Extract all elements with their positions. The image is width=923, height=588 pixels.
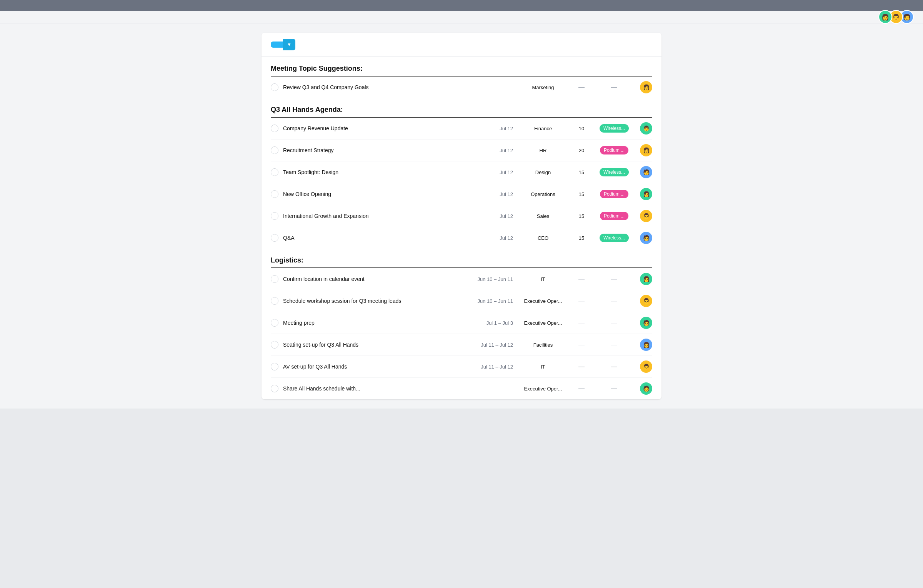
task-mic: — [593,276,635,282]
mic-badge[interactable]: Podium ... [600,146,628,154]
avatar[interactable]: 👩 [640,144,652,156]
task-mic: — [593,363,635,370]
task-mic: — [593,341,635,348]
avatar-1[interactable]: 👩 [878,10,892,24]
mic-badge[interactable]: Wireless... [600,124,629,133]
task-checkbox[interactable] [271,212,278,220]
avatar[interactable]: 🧑 [640,166,652,178]
task-date: Jun 10 – Jun 11 [471,276,513,282]
section-2: Logistics:Confirm location in calendar e… [262,249,661,399]
task-name: Meeting prep [283,320,471,326]
avatar[interactable]: 🧑 [640,317,652,329]
task-assignee: 👨 [635,295,652,307]
task-team: HR [516,148,570,153]
task-assignee: 🧑 [635,166,652,178]
table-row: Q&AJul 12CEO15Wireless...🧑 [271,227,652,249]
task-checkbox[interactable] [271,83,278,91]
task-mic: — [593,297,635,304]
avatar[interactable]: 👨 [640,210,652,222]
task-checkbox[interactable] [271,275,278,283]
mic-badge[interactable]: Wireless... [600,234,629,242]
task-checkbox[interactable] [271,146,278,154]
mic-badge[interactable]: Podium ... [600,190,628,198]
task-time: — [570,319,593,326]
task-mic: — [593,84,635,91]
task-team: Sales [516,213,570,219]
task-checkbox[interactable] [271,363,278,370]
avatar[interactable]: 👨 [640,295,652,307]
task-assignee: 🧑 [635,232,652,244]
avatar[interactable]: 🧑 [640,382,652,395]
task-mic: Wireless... [593,124,635,133]
table-row: Confirm location in calendar eventJun 10… [271,268,652,290]
top-bar [0,0,923,11]
table-row: Recruitment StrategyJul 12HR20Podium ...… [271,140,652,161]
task-mic: Podium ... [593,146,635,154]
header-avatars: 👩 👨 🧑 [878,10,914,24]
task-name: Review Q3 and Q4 Company Goals [283,84,471,90]
task-time: 15 [570,235,593,241]
task-mic: Wireless... [593,168,635,176]
task-team: Design [516,169,570,175]
task-name: Team Spotlight: Design [283,169,471,175]
task-mic: — [593,385,635,392]
task-checkbox[interactable] [271,125,278,132]
task-checkbox[interactable] [271,385,278,392]
task-date: Jun 10 – Jun 11 [471,298,513,304]
mic-badge[interactable]: Wireless... [600,168,629,176]
task-time: 15 [570,169,593,175]
table-row: Company Revenue UpdateJul 12Finance10Wir… [271,118,652,140]
mic-badge[interactable]: Podium ... [600,212,628,220]
avatar[interactable]: 👩 [640,273,652,285]
task-mic: Podium ... [593,190,635,198]
task-team: Operations [516,191,570,197]
section-title-0: Meeting Topic Suggestions: [271,57,652,76]
task-checkbox[interactable] [271,319,278,327]
avatar[interactable]: 👨 [640,360,652,373]
task-assignee: 👩 [635,339,652,351]
task-checkbox[interactable] [271,168,278,176]
table-row: Schedule workshop session for Q3 meeting… [271,290,652,312]
task-assignee: 🧑 [635,317,652,329]
task-assignee: 👨 [635,210,652,222]
avatar[interactable]: 👩 [640,339,652,351]
table-row: Share All Hands schedule with...Executiv… [271,378,652,399]
section-title-2: Logistics: [271,249,652,267]
task-team: Facilities [516,342,570,348]
task-team: IT [516,276,570,282]
table-row: Meeting prepJul 1 – Jul 3Executive Oper.… [271,312,652,334]
task-assignee: 👨 [635,360,652,373]
task-mic: Wireless... [593,234,635,242]
sections-container: Meeting Topic Suggestions:Review Q3 and … [262,57,661,399]
task-date: Jul 12 [471,235,513,241]
task-name: Company Revenue Update [283,125,471,131]
task-checkbox[interactable] [271,190,278,198]
task-date: Jul 11 – Jul 12 [471,364,513,370]
task-checkbox[interactable] [271,297,278,305]
add-task-dropdown-button[interactable]: ▼ [283,39,295,50]
task-time: 15 [570,191,593,197]
task-mic: Podium ... [593,212,635,220]
avatar[interactable]: 👨 [640,122,652,135]
task-name: Q&A [283,235,471,241]
task-card: ▼ Meeting Topic Suggestions:Review Q3 an… [262,33,661,399]
section-title-1: Q3 All Hands Agenda: [271,98,652,117]
task-time: — [570,363,593,370]
add-task-button[interactable] [271,42,283,48]
task-team: IT [516,364,570,370]
task-name: Schedule workshop session for Q3 meeting… [283,298,471,304]
task-time: 10 [570,126,593,131]
task-checkbox[interactable] [271,234,278,242]
avatar[interactable]: 👩 [640,81,652,93]
task-assignee: 👨 [635,122,652,135]
task-team: Executive Oper... [516,386,570,392]
task-time: — [570,84,593,91]
table-row: Seating set-up for Q3 All HandsJul 11 – … [271,334,652,356]
task-team: Marketing [516,85,570,90]
task-time: — [570,385,593,392]
avatar[interactable]: 👩 [640,188,652,200]
avatar[interactable]: 🧑 [640,232,652,244]
task-checkbox[interactable] [271,341,278,349]
task-assignee: 🧑 [635,382,652,395]
task-name: Share All Hands schedule with... [283,385,471,392]
